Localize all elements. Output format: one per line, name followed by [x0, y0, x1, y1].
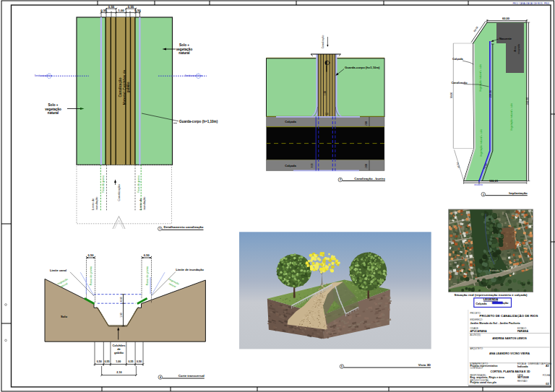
svg-text:inundação: inundação [142, 196, 146, 210]
svg-text:236,16: 236,16 [489, 90, 492, 97]
svg-text:90,00: 90,00 [450, 92, 453, 99]
svg-text:2,10: 2,10 [116, 371, 121, 374]
svg-text:2,00: 2,00 [365, 164, 368, 168]
svg-text:0,50: 0,50 [88, 253, 95, 257]
svg-text:inundação: inundação [95, 196, 98, 210]
svg-text:Vegetação natural + solo: Vegetação natural + solo [479, 64, 482, 92]
svg-text:exutório: exutório [474, 183, 483, 186]
svg-text:1,00: 1,00 [116, 360, 121, 363]
svg-text:Canalização: Canalização [322, 35, 324, 49]
svg-text:Faixa de grama: Faixa de grama [137, 175, 140, 193]
svg-text:Canalização: Canalização [119, 77, 122, 97]
svg-text:PROJ. CANALIZACAO DE RIOS - PR: PROJ. CANALIZACAO DE RIOS - PR01 [512, 2, 549, 5]
svg-text:Vegetação natural + solo: Vegetação natural + solo [510, 103, 513, 131]
svg-text:5: 5 [341, 365, 343, 368]
svg-text:Projeto canal rios.pln: Projeto canal rios.pln [470, 381, 496, 384]
svg-text:gabião: gabião [114, 351, 124, 354]
svg-text:Área: Área [514, 46, 517, 52]
svg-text:PARANÁ: PARANÁ [517, 329, 529, 333]
svg-text:ALUNO(S):: ALUNO(S): [470, 334, 481, 336]
svg-text:Solo: Solo [61, 315, 68, 318]
svg-text:FOLHA:: FOLHA: [543, 374, 551, 377]
svg-text:0,50: 0,50 [134, 9, 141, 12]
svg-text:0,55: 0,55 [128, 360, 133, 363]
svg-text:0,50: 0,50 [97, 360, 102, 363]
svg-text:Material: Colchões de: Material: Colchões de [123, 69, 126, 105]
svg-text:Implantação: Implantação [509, 191, 528, 195]
svg-text:gabião: gabião [126, 82, 130, 92]
svg-text:vegetação: vegetação [176, 48, 193, 51]
svg-text:natural: natural [178, 51, 189, 55]
svg-text:1: 1 [159, 227, 160, 230]
svg-text:0,50: 0,50 [100, 9, 107, 12]
svg-text:SET/2008: SET/2008 [517, 376, 529, 379]
svg-text:Solo +: Solo + [48, 103, 59, 107]
svg-text:1,00: 1,00 [324, 113, 329, 116]
svg-text:1,00: 1,00 [118, 9, 124, 12]
svg-text:1,60: 1,60 [120, 313, 123, 318]
svg-text:342,88: 342,88 [526, 97, 529, 105]
svg-text:Faixa de grama: Faixa de grama [102, 175, 105, 193]
svg-text:Canalização - bueiro: Canalização - bueiro [354, 177, 385, 180]
svg-text:APUCARANA: APUCARANA [470, 330, 487, 333]
svg-text:Situação real (representação e: Situação real (representação exutório e … [454, 293, 528, 297]
svg-text:ANA LEANDRO VICINO VIEIRA: ANA LEANDRO VICINO VIEIRA [489, 352, 530, 355]
svg-text:3: 3 [483, 193, 484, 196]
svg-text:0,55: 0,55 [108, 5, 115, 9]
svg-text:Eng. arquiteto, Régis e área: Eng. arquiteto, Régis e área [470, 376, 504, 379]
svg-text:ARQUITETO:: ARQUITETO: [470, 347, 483, 350]
svg-text:Canalização: Canalização [452, 82, 468, 84]
svg-text:ANDREA SANTOS LEMOS: ANDREA SANTOS LEMOS [492, 337, 527, 340]
svg-text:2: 2 [340, 178, 341, 181]
svg-text:Nascente: Nascente [499, 38, 512, 40]
svg-text:Detalhamento canalização: Detalhamento canalização [164, 225, 204, 229]
svg-text:1,80: 1,80 [324, 91, 327, 95]
svg-text:Vista 3D: Vista 3D [418, 363, 431, 367]
svg-text:Faixa de grama: Faixa de grama [146, 266, 149, 285]
svg-text:PROJETO DE CANALIZAÇÃO DE RIOS: PROJETO DE CANALIZAÇÃO DE RIOS [480, 314, 538, 318]
svg-text:0,55: 0,55 [128, 5, 134, 9]
svg-text:Indicada: Indicada [517, 365, 529, 368]
svg-text:0,50: 0,50 [144, 253, 150, 257]
svg-text:CONTEÚDO:: CONTEÚDO: [470, 366, 483, 370]
svg-text:60,00: 60,00 [502, 17, 510, 20]
svg-text:Estrada Taquara: Estrada Taquara [489, 269, 511, 272]
svg-text:ENDEREÇO:: ENDEREÇO: [470, 318, 483, 321]
svg-text:REVISÃO:: REVISÃO: [517, 379, 528, 383]
svg-text:0,50: 0,50 [137, 360, 142, 363]
svg-text:Vegetação natural + solo: Vegetação natural + solo [480, 129, 483, 157]
svg-text:natural: natural [48, 111, 59, 115]
svg-text:2,00: 2,00 [365, 121, 368, 126]
svg-text:Jardim Morada do Sol - Jardim: Jardim Morada do Sol - Jardim Pauliceia [470, 322, 520, 325]
svg-text:Corte transversal: Corte transversal [178, 374, 205, 378]
svg-text:Guarda-corpo (h=1,10m): Guarda-corpo (h=1,10m) [179, 120, 218, 123]
svg-text:CORTES, PLANTA BAIXA E 3D: CORTES, PLANTA BAIXA E 3D [490, 370, 530, 373]
svg-text:130,01: 130,01 [489, 179, 499, 183]
svg-text:Solo +: Solo + [179, 43, 189, 47]
svg-text:Sentido natural do rio: Sentido natural do rio [185, 74, 203, 77]
svg-text:ocupada: ocupada [517, 44, 520, 54]
svg-text:Calçada: Calçada [285, 120, 296, 123]
svg-text:Limite de inundação: Limite de inundação [176, 268, 204, 271]
svg-text:Canalização: Canalização [117, 184, 121, 201]
svg-text:A3: A3 [546, 365, 549, 367]
svg-text:4: 4 [160, 376, 161, 379]
svg-text:vegetação: vegetação [45, 108, 61, 111]
svg-text:Sentido natural do rio: Sentido natural do rio [35, 74, 53, 77]
svg-text:0,60: 0,60 [311, 163, 314, 167]
svg-text:0,60: 0,60 [120, 297, 123, 302]
svg-text:Calçada: Calçada [452, 58, 463, 61]
svg-text:Limite canal: Limite canal [50, 269, 66, 272]
svg-text:Calçada: Calçada [285, 164, 296, 167]
svg-text:Calçada: Calçada [476, 302, 487, 305]
svg-text:0,55: 0,55 [105, 360, 110, 363]
svg-text:Guarda-corpo (h=1,10m): Guarda-corpo (h=1,10m) [345, 66, 380, 69]
svg-text:Faixa de grama: Faixa de grama [90, 266, 92, 285]
